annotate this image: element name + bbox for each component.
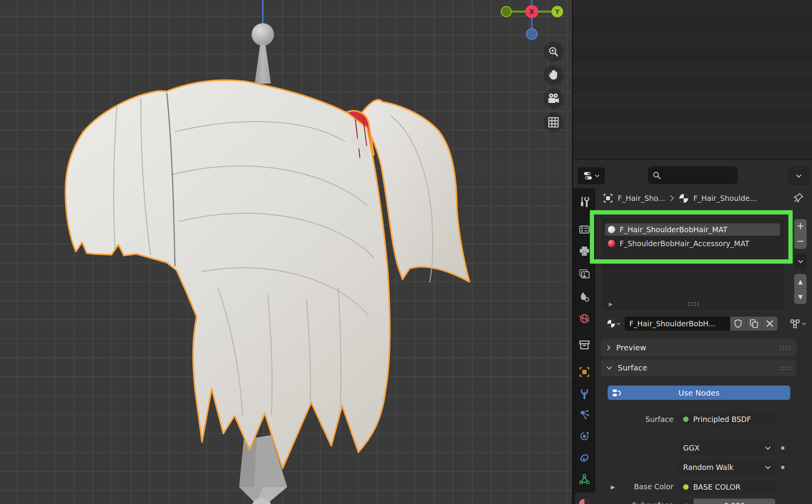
add-slot-button[interactable]: +: [794, 219, 807, 234]
use-nodes-button[interactable]: Use Nodes: [608, 386, 790, 400]
subsurface-socket-button[interactable]: [678, 499, 693, 504]
tab-constraints[interactable]: [576, 450, 593, 466]
viewport-zoom-button[interactable]: [543, 42, 564, 62]
navigation-gizmo[interactable]: X Y: [495, 0, 569, 45]
pan-hand-icon: [547, 69, 560, 82]
output-printer-icon: [579, 245, 590, 257]
tab-physics[interactable]: [576, 429, 593, 444]
breadcrumb-material[interactable]: F_Hair_Shoulde...: [693, 194, 757, 202]
tab-modifiers[interactable]: [576, 386, 593, 401]
tab-object-data[interactable]: [576, 472, 593, 488]
surface-panel-title: Surface: [618, 363, 647, 372]
preview-panel-header[interactable]: Preview: [601, 339, 797, 356]
tool-icon: [579, 196, 590, 207]
gizmo-axis-y[interactable]: Y: [552, 6, 563, 17]
view-layer-icon: [579, 269, 590, 280]
new-material-button[interactable]: [746, 317, 762, 331]
panel-drag-grip[interactable]: [779, 345, 791, 350]
tab-material[interactable]: [576, 497, 593, 504]
unlink-material-button[interactable]: [762, 317, 778, 331]
color-socket-dot-yellow: [683, 484, 689, 490]
tab-scene[interactable]: [576, 289, 593, 305]
node-triangle-icon: [790, 319, 800, 329]
material-slot-row-selected[interactable]: F_Hair_ShoulderBobHair_MAT: [605, 223, 780, 236]
subsurface-slider[interactable]: 0.000: [694, 499, 775, 504]
properties-tab-column: [573, 188, 595, 504]
tab-view-layer[interactable]: [576, 267, 593, 282]
link-material-menu-button[interactable]: [786, 317, 810, 331]
material-icon: [578, 498, 591, 504]
base-color-label: Base Color: [595, 482, 673, 491]
close-icon: [766, 320, 774, 327]
duplicate-icon: [749, 319, 759, 328]
remove-slot-button[interactable]: −: [794, 234, 807, 249]
surface-panel-header[interactable]: Surface: [601, 359, 797, 376]
slot-move-group: ▲ ▼: [794, 274, 807, 304]
search-icon: [653, 171, 661, 180]
material-ball-icon: [679, 194, 689, 203]
material-slot-row[interactable]: F_ShoulderBobHair_Accessory_MAT: [605, 237, 780, 250]
search-input[interactable]: [648, 166, 738, 184]
browse-material-button[interactable]: [602, 317, 625, 331]
armature-top-bone[interactable]: [252, 0, 274, 84]
properties-editor-icon: [583, 171, 593, 181]
base-color-input[interactable]: BASE COLOR: [678, 480, 775, 494]
tab-render[interactable]: [576, 222, 593, 237]
3d-viewport[interactable]: X Y: [0, 0, 572, 504]
properties-header: [573, 159, 812, 188]
panel-drag-grip[interactable]: [779, 365, 791, 370]
object-icon: [603, 193, 613, 203]
material-name-field[interactable]: F_Hair_ShoulderBobH...: [625, 317, 730, 331]
decorator-dot[interactable]: [781, 466, 785, 469]
move-slot-down-button[interactable]: ▼: [794, 289, 807, 304]
chevron-down-icon: [802, 322, 806, 325]
constraints-icon: [579, 452, 590, 464]
pin-icon: [793, 192, 804, 204]
shield-icon: [734, 319, 742, 328]
chevron-down-icon: [617, 322, 620, 325]
blender-window: X Y: [0, 0, 812, 504]
particles-icon: [579, 409, 590, 420]
tab-particles[interactable]: [576, 407, 593, 422]
tab-world[interactable]: [576, 311, 593, 326]
shader-socket-dot-green: [683, 417, 689, 422]
distribution-dropdown[interactable]: GGX: [678, 441, 775, 455]
viewport-camera-button[interactable]: [543, 89, 564, 109]
fake-user-button[interactable]: [730, 317, 746, 331]
tab-collection[interactable]: [576, 337, 593, 353]
move-slot-up-button[interactable]: ▲: [794, 274, 807, 289]
decorator-dot[interactable]: [781, 446, 785, 450]
hair-object[interactable]: [65, 80, 469, 468]
physics-icon: [579, 430, 590, 442]
gizmo-axis-neg-y[interactable]: [501, 7, 511, 17]
gizmo-axis-x[interactable]: X: [525, 5, 538, 18]
breadcrumb-object[interactable]: F_Hair_Sho...: [618, 194, 665, 202]
pin-id-button[interactable]: [793, 192, 804, 204]
viewport-pan-button[interactable]: [543, 65, 564, 85]
camera-view-icon: [546, 92, 560, 106]
tab-tool[interactable]: [576, 194, 593, 209]
properties-editor: F_Hair_Sho... F_Hair_Shoulde...: [573, 159, 812, 504]
surface-shader-button[interactable]: Principled BSDF: [678, 413, 775, 426]
collection-icon: [579, 339, 590, 351]
tab-output[interactable]: [576, 243, 593, 259]
surface-row-label: Surface: [595, 415, 673, 423]
chevron-down-icon: [606, 365, 612, 370]
gizmo-axis-neg-z[interactable]: [526, 29, 537, 39]
subsurface-method-dropdown[interactable]: Random Walk: [678, 460, 775, 475]
list-resize-grip[interactable]: [688, 301, 700, 306]
header-menu-button[interactable]: [789, 166, 809, 185]
list-filter-toggle[interactable]: ▶: [609, 301, 613, 307]
scene-icon: [579, 291, 590, 303]
chevron-right-icon: [606, 345, 611, 351]
editor-type-button[interactable]: [578, 167, 605, 184]
preview-panel-title: Preview: [616, 343, 646, 352]
material-ball-icon: [607, 319, 615, 328]
world-icon: [579, 313, 590, 324]
viewport-grid-button[interactable]: [543, 112, 564, 132]
empty-panel: [573, 0, 812, 159]
material-slot-list[interactable]: F_Hair_ShoulderBobHair_MAT F_ShoulderBob…: [602, 219, 784, 310]
tab-object[interactable]: [576, 364, 593, 380]
slot-specials-menu-button[interactable]: [794, 254, 807, 269]
render-camera-icon: [579, 224, 590, 235]
